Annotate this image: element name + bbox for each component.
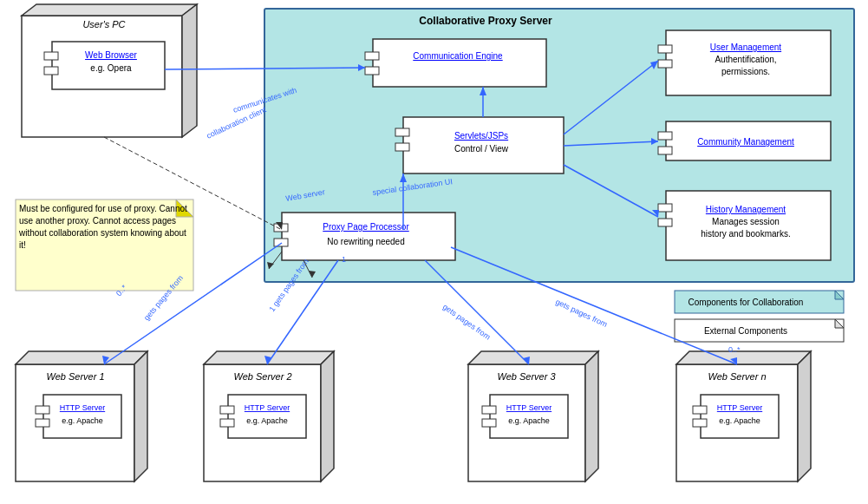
ws2-right (321, 351, 334, 481)
ws2-label: Web Server 2 (233, 371, 291, 382)
wsn-right (798, 351, 811, 481)
history-mgmt-label: History Management (706, 205, 786, 214)
label-gets-pages-3: gets pages from (441, 302, 493, 341)
web-browser-label: Web Browser (85, 50, 138, 60)
user-mgmt-sub2: permissions. (721, 67, 770, 76)
svg-rect-20 (482, 406, 496, 414)
svg-rect-3 (365, 67, 379, 75)
comm-engine-box (373, 39, 546, 87)
ws2-http-label: HTTP Server (245, 403, 290, 412)
svg-rect-17 (36, 419, 49, 427)
ws3-http-sub: e.g. Apache (508, 416, 550, 425)
users-pc-top (22, 4, 197, 16)
svg-rect-12 (658, 204, 672, 212)
ws3-http-label: HTTP Server (506, 403, 551, 412)
svg-rect-1 (44, 67, 58, 75)
wsn-label: Web Server n (708, 371, 766, 382)
architecture-diagram: Collaborative Proxy Server User's PC Web… (0, 0, 868, 504)
legend-collab-label: Components for Collaboration (689, 298, 804, 307)
servlets-sublabel: Control / View (454, 144, 509, 154)
ws3-right (585, 351, 598, 481)
user-mgmt-label: User Management (710, 43, 781, 52)
diagram-svg: Collaborative Proxy Server User's PC Web… (0, 0, 868, 504)
label-mult-1: 1 (342, 255, 346, 264)
wsn-http-sub: e.g. Apache (719, 416, 760, 425)
svg-rect-19 (220, 419, 234, 427)
svg-rect-5 (395, 143, 409, 151)
svg-rect-2 (365, 52, 379, 60)
proxy-processor-label: Proxy Page Processor (323, 222, 409, 232)
users-pc-right (182, 4, 197, 137)
proxy-processor-sublabel: No rewriting needed (327, 237, 405, 246)
history-mgmt-sub2: history and bookmarks. (701, 229, 790, 239)
ws1-http-label: HTTP Server (60, 403, 105, 412)
history-mgmt-sub1: Manages session (712, 217, 780, 226)
svg-rect-11 (658, 147, 672, 154)
servlets-label: Servlets/JSPs (454, 131, 508, 141)
ws3-top (468, 351, 598, 364)
user-mgmt-sub1: Authentification, (715, 55, 776, 64)
ws1-label: Web Server 1 (46, 371, 104, 382)
label-mult-0-wsn: 0..* (728, 345, 741, 354)
wsn-top (676, 351, 811, 364)
svg-rect-7 (274, 239, 288, 246)
ws2-http-sub: e.g. Apache (246, 416, 288, 425)
svg-rect-0 (44, 52, 58, 60)
ws1-top (16, 351, 147, 364)
proxy-area-label: Collaborative Proxy Server (419, 15, 552, 27)
ws3-label: Web Server 3 (497, 371, 556, 382)
svg-rect-18 (220, 406, 234, 414)
community-mgmt-label: Community Management (697, 137, 794, 147)
svg-rect-22 (693, 406, 707, 414)
svg-rect-4 (395, 128, 409, 136)
web-browser-sublabel: e.g. Opera (90, 63, 132, 73)
svg-rect-13 (658, 219, 672, 226)
svg-rect-21 (482, 419, 496, 427)
comm-engine-label: Communication Engine (413, 51, 503, 61)
svg-rect-23 (693, 419, 707, 427)
wsn-http-label: HTTP Server (717, 403, 762, 412)
svg-rect-10 (658, 132, 672, 140)
svg-rect-8 (658, 45, 672, 53)
legend-ext-label: External Components (704, 326, 787, 336)
users-pc-label: User's PC (82, 19, 125, 29)
ws1-http-sub: e.g. Apache (62, 416, 103, 425)
svg-rect-9 (658, 60, 672, 68)
ws1-right (134, 351, 147, 481)
svg-rect-16 (36, 406, 49, 414)
label-gets-pages-4: gets pages from (554, 298, 609, 329)
